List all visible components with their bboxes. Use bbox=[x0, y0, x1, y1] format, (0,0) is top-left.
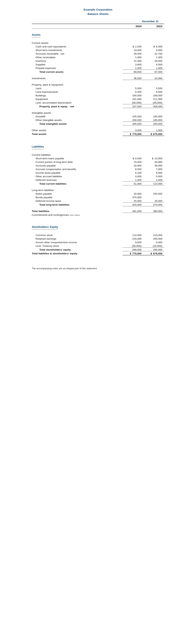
row-bonds-payable: Bonds payable 375,000 - bbox=[32, 196, 164, 199]
row-total-intangible: Total intangible assets 305,000 205,000 bbox=[32, 122, 164, 126]
year2-header: 2023 bbox=[143, 25, 164, 28]
title-line1: Example Corporation bbox=[32, 8, 164, 12]
label-notes-payable: Notes payable bbox=[32, 192, 123, 195]
val2-accrued-comp: 7,000 bbox=[143, 168, 164, 171]
row-equipment: Equipment 201,000 211,000 bbox=[32, 97, 164, 101]
val2-total-longterm-liab: 270,000 bbox=[143, 203, 164, 206]
row-accrued-comp: Accrued compensation and benefits 8,500 … bbox=[32, 168, 164, 171]
row-total-ppe: Property, plant & equip. - net 337,000 3… bbox=[32, 105, 164, 108]
val1-short-term-inv: 10,000 bbox=[123, 49, 143, 52]
val1-inventory: 31,000 bbox=[123, 60, 143, 62]
val2-common-stock: 110,000 bbox=[143, 234, 164, 236]
label-bonds-payable: Bonds payable bbox=[32, 196, 123, 199]
val1-investments: 36,000 bbox=[123, 77, 143, 80]
val1-total-current-assets: 89,000 bbox=[123, 70, 143, 74]
liabilities-section-title: Liabilities bbox=[32, 145, 44, 149]
val2-retained-earn: 205,000 bbox=[143, 237, 164, 240]
val2-income-tax-pay: 9,000 bbox=[143, 172, 164, 174]
row-other-recv: Other receivables 1,000 1,300 bbox=[32, 56, 164, 59]
row-cur-portion-ltd: Current portion of long-term debt 15,000… bbox=[32, 160, 164, 164]
label-oci: Accum other comprehensive income bbox=[32, 241, 123, 244]
label-inventory: Inventory bbox=[32, 60, 123, 62]
val1-other-intangible: 200,000 bbox=[123, 119, 143, 122]
val2-total-equity: 295,000 bbox=[143, 248, 164, 251]
val2-treasury-stock: (25,000) bbox=[143, 244, 164, 248]
val1-oci: 9,000 bbox=[123, 241, 143, 244]
label-total-liab: Total liabilities bbox=[32, 210, 123, 212]
current-assets-label: Current assets bbox=[32, 42, 123, 44]
footnote: The accompanying notes are an integral p… bbox=[32, 267, 164, 270]
row-accounts-payable: Accounts payable 20,900 38,000 bbox=[32, 164, 164, 168]
val2-supplies: 4,000 bbox=[143, 63, 164, 66]
row-retained-earn: Retained earnings 220,000 205,000 bbox=[32, 237, 164, 240]
val2-bonds-payable: - bbox=[143, 196, 164, 199]
row-total-liab-equity: Total liabilities & stockholders' equity… bbox=[32, 252, 164, 256]
val1-accrued-comp: 8,500 bbox=[123, 168, 143, 171]
label-investments: Investments bbox=[32, 77, 123, 80]
label-short-term-loans: Short-term loans payable bbox=[32, 157, 123, 160]
label-land: Land bbox=[32, 87, 123, 90]
val2-other-intangible: 100,000 bbox=[143, 119, 164, 122]
val2-total-current-assets: 87,000 bbox=[143, 70, 164, 74]
val1-treasury-stock: (50,000) bbox=[123, 244, 143, 248]
row-treasury-stock: Less: Treasury stock (50,000) (25,000) bbox=[32, 244, 164, 248]
see-notes: (see notes) bbox=[70, 214, 80, 216]
row-total-equity: Total stockholders' equity 289,000 295,0… bbox=[32, 248, 164, 252]
val2-total-ppe: 358,000 bbox=[143, 105, 164, 108]
val2-accum-depr: (45,000) bbox=[143, 101, 164, 104]
label-accounts-payable: Accounts payable bbox=[32, 164, 123, 167]
val2-short-term-inv: 3,000 bbox=[143, 49, 164, 52]
longterm-liab-label-row: Long-term liabilities bbox=[32, 188, 164, 192]
val1-total-cur-liab: 61,000 bbox=[123, 182, 143, 186]
row-other-accrued-liab: Other accrued liabilities 4,000 5,000 bbox=[32, 174, 164, 178]
columns-header: 2024 2023 bbox=[32, 24, 164, 29]
val1-other-assets: 3,000 bbox=[123, 129, 143, 132]
label-retained-earn: Retained earnings bbox=[32, 237, 123, 240]
val2-cur-portion-ltd: 40,000 bbox=[143, 160, 164, 164]
val1-prepaid: 1,500 bbox=[123, 67, 143, 70]
intangible-label-row: Intangible assets bbox=[32, 111, 164, 115]
label-total-equity: Total stockholders' equity bbox=[32, 248, 123, 251]
row-inventory: Inventory 31,000 29,000 bbox=[32, 59, 164, 63]
row-common-stock: Common stock 110,000 110,000 bbox=[32, 233, 164, 237]
commitments-row: Commitments and contingencies (see notes… bbox=[32, 213, 164, 217]
label-prepaid: Prepaid expenses bbox=[32, 67, 123, 70]
row-buildings: Buildings 180,000 180,000 bbox=[32, 94, 164, 97]
ppe-label: Property, plant & equipment bbox=[32, 83, 123, 86]
val1-total-liab-equity: $ 770,000 bbox=[123, 252, 143, 256]
val2-land-improv: 6,500 bbox=[143, 90, 164, 93]
val2-total-assets: $ 675,000 bbox=[143, 133, 164, 136]
row-land: Land 5,500 5,500 bbox=[32, 86, 164, 90]
label-other-assets: Other assets bbox=[32, 129, 123, 132]
label-other-intangible: Other intangible assets bbox=[32, 119, 123, 122]
commitments-label: Commitments and contingencies (see notes… bbox=[32, 214, 123, 216]
val2-total-intangible: 205,000 bbox=[143, 122, 164, 126]
row-oci: Accum other comprehensive income 9,000 5… bbox=[32, 240, 164, 244]
label-ar-net: Accounts receivable - net bbox=[32, 52, 123, 55]
val2-accounts-payable: 38,000 bbox=[143, 164, 164, 167]
val2-total-cur-liab: 110,000 bbox=[143, 182, 164, 186]
row-ar-net: Accounts receivable - net 39,500 42,700 bbox=[32, 52, 164, 56]
val1-retained-earn: 220,000 bbox=[123, 237, 143, 240]
row-prepaid: Prepaid expenses 1,500 1,000 bbox=[32, 66, 164, 70]
row-accum-depr: Less: accumulated depreciation (56,000) … bbox=[32, 101, 164, 105]
label-total-assets: Total assets bbox=[32, 133, 123, 136]
val2-def-income-tax: 20,000 bbox=[143, 200, 164, 202]
val1-total-ppe: 337,000 bbox=[123, 105, 143, 108]
label-def-income-tax: Deferred income taxes bbox=[32, 200, 123, 202]
val1-land-improv: 6,500 bbox=[123, 90, 143, 93]
val1-total-liab: 481,000 bbox=[123, 210, 143, 213]
val2-total-liab-equity: $ 675,000 bbox=[143, 252, 164, 256]
val1-total-intangible: 305,000 bbox=[123, 122, 143, 126]
label-deferred-rev: Deferred revenues bbox=[32, 178, 123, 182]
row-other-assets: Other assets 3,000 1,000 bbox=[32, 128, 164, 132]
label-treasury-stock: Less: Treasury stock bbox=[32, 244, 123, 247]
val2-cash: $ 6,000 bbox=[143, 45, 164, 48]
val1-cur-portion-ltd: 15,000 bbox=[123, 160, 143, 164]
val1-other-accrued-liab: 4,000 bbox=[123, 175, 143, 178]
label-accrued-comp: Accrued compensation and benefits bbox=[32, 168, 123, 171]
val1-other-recv: 1,000 bbox=[123, 56, 143, 59]
equity-section-title: Stockholders' Equity bbox=[32, 226, 58, 230]
val2-other-accrued-liab: 5,000 bbox=[143, 175, 164, 178]
label-total-longterm-liab: Total long-term liabilities bbox=[32, 203, 123, 206]
